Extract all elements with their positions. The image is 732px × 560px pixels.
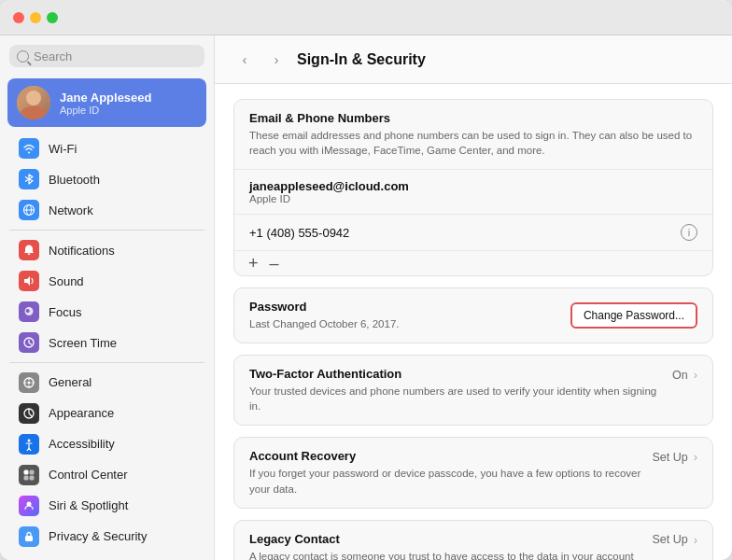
wifi-icon xyxy=(19,138,39,159)
sidebar-label-controlcenter: Control Center xyxy=(49,468,128,482)
search-bar[interactable]: Search xyxy=(9,45,204,67)
sidebar-divider-2 xyxy=(9,362,204,363)
password-subtext: Last Changed October 6, 2017. xyxy=(249,316,399,331)
add-button[interactable]: + xyxy=(246,255,261,272)
legacy-contact-heading: Legacy Contact xyxy=(249,532,642,546)
phone-row: +1 (408) 555-0942 i xyxy=(234,215,712,251)
password-card: Password Last Changed October 6, 2017. C… xyxy=(233,287,713,343)
avatar xyxy=(17,86,50,119)
sidebar-label-focus: Focus xyxy=(49,305,81,319)
account-recovery-desc: If you forget your password or device pa… xyxy=(249,466,642,496)
sidebar-label-general: General xyxy=(49,375,92,389)
legacy-contact-chevron: › xyxy=(694,533,697,547)
notifications-icon xyxy=(19,240,39,260)
legacy-contact-desc: A legacy contact is someone you trust to… xyxy=(249,549,642,560)
svg-rect-10 xyxy=(24,475,29,480)
sidebar-item-wifi[interactable]: Wi-Fi xyxy=(6,133,208,163)
svg-point-5 xyxy=(28,381,31,384)
account-recovery-info: Account Recovery If you forget your pass… xyxy=(249,449,642,496)
email-row: janeappleseed@icloud.com Apple ID xyxy=(234,170,712,215)
sidebar-item-privacy[interactable]: Privacy & Security xyxy=(6,522,208,552)
two-factor-row[interactable]: Two-Factor Authentication Your trusted d… xyxy=(234,356,712,425)
legacy-contact-action: Set Up xyxy=(652,533,687,546)
sidebar-item-network[interactable]: Network xyxy=(6,195,208,225)
remove-button[interactable]: – xyxy=(267,255,282,272)
controlcenter-icon xyxy=(19,465,39,485)
email-address: janeappleseed@icloud.com xyxy=(249,179,697,193)
sidebar-group-system: Notifications Sound xyxy=(0,234,214,358)
two-factor-status: On xyxy=(672,369,688,382)
sidebar-item-general[interactable]: General xyxy=(6,368,208,398)
search-placeholder: Search xyxy=(34,49,72,63)
maximize-button[interactable] xyxy=(47,12,58,23)
user-info: Jane Appleseed Apple ID xyxy=(60,91,152,116)
page-title: Sign-In & Security xyxy=(297,51,426,68)
sidebar-item-appearance[interactable]: Appearance xyxy=(6,399,208,428)
two-factor-status-area: On › xyxy=(672,367,697,382)
sound-icon xyxy=(19,271,39,291)
user-subtitle: Apple ID xyxy=(60,105,152,116)
appearance-icon xyxy=(19,403,39,424)
sidebar-item-notifications[interactable]: Notifications xyxy=(6,235,208,265)
main-header: ‹ › Sign-In & Security xyxy=(215,35,732,84)
sidebar-item-sound[interactable]: Sound xyxy=(6,266,208,296)
sidebar-item-controlcenter[interactable]: Control Center xyxy=(6,460,208,490)
account-recovery-heading: Account Recovery xyxy=(249,449,642,463)
user-card[interactable]: Jane Appleseed Apple ID xyxy=(7,78,206,127)
sidebar-item-screentime[interactable]: Screen Time xyxy=(6,328,208,357)
sidebar-label-screentime: Screen Time xyxy=(49,336,117,350)
sidebar-item-accessibility[interactable]: Accessibility xyxy=(6,429,208,459)
two-factor-layout: Two-Factor Authentication Your trusted d… xyxy=(249,367,697,413)
sidebar-label-notifications: Notifications xyxy=(49,244,115,258)
sidebar-group-preferences: General Appearance xyxy=(0,367,214,553)
sidebar-label-sound: Sound xyxy=(49,274,84,288)
titlebar xyxy=(0,0,732,35)
accessibility-icon xyxy=(19,434,39,455)
sidebar-divider-1 xyxy=(9,230,204,231)
password-heading: Password xyxy=(249,300,399,314)
legacy-contact-card: Legacy Contact A legacy contact is someo… xyxy=(233,520,713,560)
email-phone-desc: These email addresses and phone numbers … xyxy=(249,128,697,158)
account-recovery-chevron: › xyxy=(694,450,697,464)
sidebar-label-bluetooth: Bluetooth xyxy=(49,173,100,187)
user-name: Jane Appleseed xyxy=(60,91,152,105)
screentime-icon xyxy=(19,332,39,353)
account-recovery-layout: Account Recovery If you forget your pass… xyxy=(249,449,697,496)
legacy-contact-layout: Legacy Contact A legacy contact is someo… xyxy=(249,532,697,560)
main-layout: Search Jane Appleseed Apple ID xyxy=(0,35,732,560)
two-factor-heading: Two-Factor Authentication xyxy=(249,367,663,381)
close-button[interactable] xyxy=(13,12,24,23)
sidebar-item-focus[interactable]: Focus xyxy=(6,297,208,327)
general-icon xyxy=(19,372,39,393)
account-recovery-row[interactable]: Account Recovery If you forget your pass… xyxy=(234,438,712,507)
sidebar-item-siri[interactable]: Siri & Spotlight xyxy=(6,491,208,521)
traffic-lights xyxy=(13,12,58,23)
focus-icon xyxy=(19,301,39,322)
account-recovery-action-area: Set Up › xyxy=(652,449,697,464)
sidebar-item-bluetooth[interactable]: Bluetooth xyxy=(6,164,208,194)
network-icon xyxy=(19,200,39,220)
add-remove-row: + – xyxy=(234,251,712,275)
email-phone-heading: Email & Phone Numbers xyxy=(249,111,697,125)
forward-button[interactable]: › xyxy=(265,49,288,71)
info-icon[interactable]: i xyxy=(681,224,697,241)
svg-rect-11 xyxy=(30,475,35,480)
minimize-button[interactable] xyxy=(30,12,41,23)
two-factor-chevron: › xyxy=(694,368,697,382)
legacy-contact-row[interactable]: Legacy Contact A legacy contact is someo… xyxy=(234,521,712,560)
sidebar-label-siri: Siri & Spotlight xyxy=(49,498,128,512)
sidebar-label-network: Network xyxy=(49,203,93,217)
change-password-button[interactable]: Change Password... xyxy=(570,302,697,329)
bluetooth-icon xyxy=(19,169,39,189)
svg-rect-8 xyxy=(24,469,29,474)
sidebar: Search Jane Appleseed Apple ID xyxy=(0,35,215,560)
settings-content: Email & Phone Numbers These email addres… xyxy=(215,84,732,560)
back-button[interactable]: ‹ xyxy=(233,49,256,71)
phone-number: +1 (408) 555-0942 xyxy=(249,226,349,240)
password-row: Password Last Changed October 6, 2017. C… xyxy=(234,288,712,343)
legacy-contact-info: Legacy Contact A legacy contact is someo… xyxy=(249,532,642,560)
main-content-area: ‹ › Sign-In & Security Email & Phone Num… xyxy=(215,35,732,560)
svg-rect-9 xyxy=(30,469,35,474)
email-phone-header-row: Email & Phone Numbers These email addres… xyxy=(234,100,712,170)
svg-rect-13 xyxy=(25,536,33,541)
